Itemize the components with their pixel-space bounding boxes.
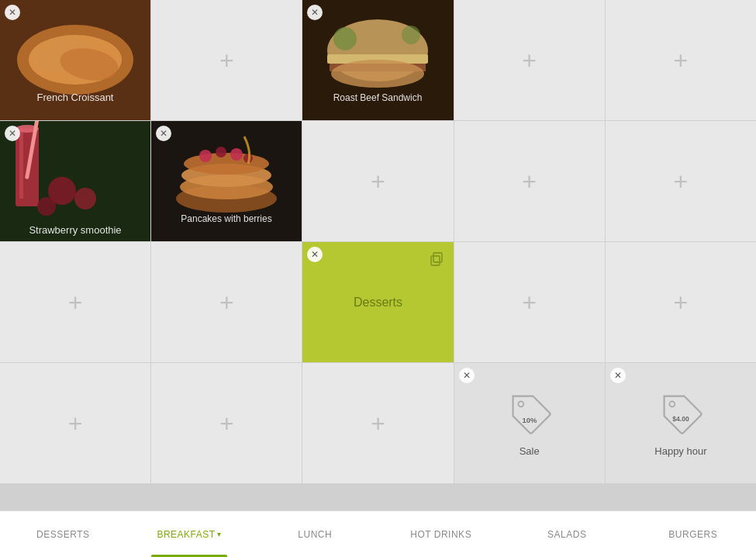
grid-cell-c34[interactable]: ✕ $4.00 Happy hour	[606, 363, 756, 483]
cell-image-sandwich: Roast Beef Sandwich	[302, 0, 453, 120]
svg-point-11	[333, 27, 357, 50]
sale-tag-icon: 10%	[506, 389, 553, 439]
add-item-icon: +	[674, 290, 689, 315]
grid-cell-c12[interactable]: +	[302, 121, 453, 241]
grid-cell-c01[interactable]: +	[151, 0, 302, 120]
tab-label-desserts: DESSERTS	[36, 529, 89, 540]
grid-cell-c23[interactable]: +	[454, 242, 605, 362]
cell-image-smoothie: Strawberry smoothie	[0, 121, 150, 241]
grid-cell-c21[interactable]: +	[151, 242, 302, 362]
svg-text:Strawberry smoothie: Strawberry smoothie	[29, 224, 121, 236]
grid-cell-c31[interactable]: +	[151, 363, 302, 483]
add-item-icon: +	[68, 290, 83, 315]
add-item-icon: +	[219, 290, 234, 315]
grid-cell-c04[interactable]: +	[606, 0, 756, 120]
tab-lunch[interactable]: LUNCH	[252, 511, 378, 557]
sale-label: Sale	[520, 445, 540, 457]
svg-rect-34	[433, 253, 442, 262]
grid-cell-c32[interactable]: +	[302, 363, 453, 483]
svg-point-27	[184, 153, 269, 175]
svg-point-21	[37, 197, 56, 216]
copy-button[interactable]	[426, 248, 447, 270]
grid-cell-c14[interactable]: +	[606, 121, 756, 241]
add-item-icon: +	[522, 169, 537, 194]
grid-cell-c10[interactable]: Strawberry smoothie ✕	[0, 121, 150, 241]
happy-hour-label: Happy hour	[654, 445, 706, 457]
cell-image-pancakes: Pancakes with berries	[151, 121, 302, 241]
grid-cell-c22[interactable]: ✕ Desserts	[302, 242, 453, 362]
svg-point-30	[230, 148, 243, 161]
main-container: French Croissant ✕+ Roast Beef Sandwich …	[0, 0, 756, 510]
tab-label-lunch: LUNCH	[298, 529, 332, 540]
svg-point-10	[331, 60, 424, 88]
tab-salads[interactable]: SALADS	[504, 511, 630, 557]
svg-point-29	[216, 147, 226, 157]
tab-hotdrinks[interactable]: HOT DRINKS	[378, 511, 505, 557]
close-button-c22[interactable]: ✕	[307, 247, 323, 262]
svg-point-12	[402, 26, 420, 44]
tab-label-hotdrinks: HOT DRINKS	[410, 529, 471, 540]
happy-hour-tag-icon: $4.00	[658, 389, 704, 439]
close-button-c10[interactable]: ✕	[5, 126, 20, 141]
grid-cell-c03[interactable]: +	[454, 0, 605, 120]
add-item-icon: +	[371, 411, 385, 436]
tab-breakfast[interactable]: BREAKFAST ▾	[126, 511, 253, 557]
add-item-icon: +	[674, 48, 689, 73]
tab-label-breakfast: BREAKFAST	[157, 529, 215, 540]
svg-rect-16	[19, 129, 23, 199]
item-grid: French Croissant ✕+ Roast Beef Sandwich …	[0, 0, 756, 510]
svg-text:French Croissant: French Croissant	[37, 92, 114, 103]
grid-cell-c00[interactable]: French Croissant ✕	[0, 0, 150, 120]
tab-dropdown-arrow-icon: ▾	[217, 530, 222, 538]
grid-cell-c11[interactable]: Pancakes with berries ✕	[151, 121, 302, 241]
add-item-icon: +	[371, 169, 385, 194]
grid-cell-c20[interactable]: +	[0, 242, 150, 362]
grid-cell-c30[interactable]: +	[0, 363, 150, 483]
close-button-c34[interactable]: ✕	[610, 368, 626, 383]
svg-point-28	[199, 150, 212, 162]
add-item-icon: +	[219, 48, 234, 73]
tab-burgers[interactable]: BURGERS	[630, 511, 757, 557]
tab-desserts[interactable]: DESSERTS	[0, 511, 126, 557]
svg-point-20	[74, 188, 96, 209]
close-button-c00[interactable]: ✕	[5, 5, 20, 20]
svg-text:10%: 10%	[522, 416, 537, 424]
grid-cell-c24[interactable]: +	[606, 242, 756, 362]
tab-label-burgers: BURGERS	[668, 529, 717, 540]
grid-cell-c33[interactable]: ✕ 10% Sale	[454, 363, 605, 483]
add-item-icon: +	[68, 411, 83, 436]
svg-point-37	[669, 401, 675, 407]
close-button-c33[interactable]: ✕	[459, 368, 475, 383]
grid-cell-c13[interactable]: +	[454, 121, 605, 241]
tab-bar: DESSERTSBREAKFAST ▾LUNCHHOT DRINKSSALADS…	[0, 510, 756, 557]
svg-text:Roast Beef Sandwich: Roast Beef Sandwich	[333, 92, 423, 103]
svg-text:$4.00: $4.00	[672, 415, 689, 423]
tab-label-salads: SALADS	[547, 529, 586, 540]
svg-point-35	[518, 401, 523, 407]
add-item-icon: +	[522, 48, 537, 73]
svg-text:Pancakes with berries: Pancakes with berries	[181, 213, 271, 224]
add-item-icon: +	[674, 169, 689, 194]
grid-cell-c02[interactable]: Roast Beef Sandwich ✕	[302, 0, 453, 120]
cell-image-croissant: French Croissant	[0, 0, 150, 120]
svg-rect-33	[431, 256, 440, 265]
add-item-icon: +	[522, 290, 537, 315]
desserts-label: Desserts	[354, 296, 402, 310]
add-item-icon: +	[219, 411, 234, 436]
